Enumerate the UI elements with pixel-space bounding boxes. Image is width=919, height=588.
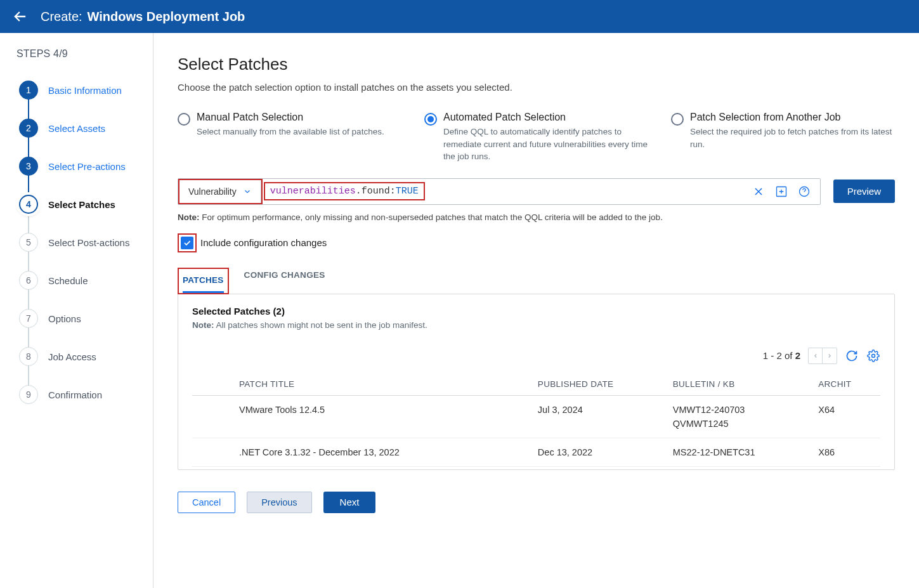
patch-selection-option-0[interactable]: Manual Patch SelectionSelect manually fr…	[178, 112, 401, 163]
check-icon	[183, 238, 192, 247]
radio-button[interactable]	[424, 113, 437, 126]
cell-bulletin: VMWT12-240703QVMWT1245	[669, 395, 815, 438]
step-label: Options	[48, 313, 81, 324]
include-config-label: Include configuration changes	[200, 237, 327, 248]
cell-arch: X64	[814, 395, 880, 438]
step-2[interactable]: 2Select Assets	[19, 109, 153, 147]
include-config-checkbox[interactable]	[181, 237, 193, 249]
clear-icon[interactable]	[752, 185, 766, 199]
step-7[interactable]: 7Options	[19, 299, 153, 337]
option-desc: Define QQL to automatically identify pat…	[443, 126, 648, 163]
step-bullet: 6	[19, 271, 38, 290]
option-title: Automated Patch Selection	[443, 112, 648, 123]
cancel-button[interactable]: Cancel	[178, 492, 235, 513]
col-published-date: PUBLISHED DATE	[534, 373, 669, 396]
wizard-sidebar: STEPS 4/9 1Basic Information2Select Asse…	[0, 33, 153, 588]
svg-point-2	[872, 354, 875, 357]
step-label: Confirmation	[48, 389, 102, 400]
table-row[interactable]: VMware Tools 12.4.5Jul 3, 2024VMWT12-240…	[192, 395, 880, 438]
step-1[interactable]: 1Basic Information	[19, 71, 153, 109]
query-builder: Vulnerability vulnerabilities.found:TRUE	[178, 178, 821, 205]
step-bullet: 1	[19, 81, 38, 100]
next-button[interactable]: Next	[323, 492, 376, 513]
page-subtitle: Choose the patch selection option to ins…	[178, 82, 895, 93]
help-icon[interactable]	[797, 185, 811, 199]
cell-bulletin: MS22-12-DNETC31	[669, 438, 815, 466]
step-label: Basic Information	[48, 85, 122, 96]
step-4[interactable]: 4Select Patches	[19, 185, 153, 223]
step-6[interactable]: 6Schedule	[19, 261, 153, 299]
step-bullet: 8	[19, 347, 38, 366]
tab-config-changes[interactable]: CONFIG CHANGES	[244, 268, 325, 294]
table-row[interactable]: .NET Core 3.1.32 - December 13, 2022Dec …	[192, 438, 880, 466]
step-label: Select Pre-actions	[48, 161, 126, 172]
page-title: Select Patches	[178, 55, 895, 74]
step-9[interactable]: 9Confirmation	[19, 376, 153, 414]
steps-heading: STEPS 4/9	[0, 48, 153, 60]
pager-text: 1 - 2 of 2	[763, 350, 800, 361]
query-type-label: Vulnerability	[188, 186, 237, 197]
col-patch-title: PATCH TITLE	[192, 373, 534, 396]
patch-selection-option-2[interactable]: Patch Selection from Another JobSelect t…	[671, 112, 895, 163]
pager-prev[interactable]	[809, 348, 823, 363]
selected-patches-note: Note: All patches shown might not be sen…	[192, 320, 880, 330]
step-label: Select Assets	[48, 123, 105, 134]
patches-table-card: Selected Patches (2) Note: All patches s…	[178, 294, 895, 470]
performance-note: Note: For optimum performance, only miss…	[178, 212, 895, 222]
preview-button[interactable]: Preview	[833, 180, 895, 203]
col-bulletin: BULLETIN / KB	[669, 373, 815, 396]
step-bullet: 7	[19, 309, 38, 328]
query-input[interactable]: vulnerabilities.found:TRUE	[263, 179, 752, 204]
pager-buttons	[808, 348, 837, 364]
query-type-dropdown[interactable]: Vulnerability	[179, 180, 261, 203]
arrow-left-icon	[11, 8, 29, 25]
settings-icon[interactable]	[866, 349, 880, 363]
cell-date: Jul 3, 2024	[534, 395, 669, 438]
step-bullet: 9	[19, 385, 38, 404]
cell-date: Dec 13, 2022	[534, 438, 669, 466]
step-label: Select Post-actions	[48, 237, 129, 248]
page-title-header: Windows Deployment Job	[88, 10, 245, 24]
step-bullet: 4	[19, 195, 38, 214]
step-8[interactable]: 8Job Access	[19, 337, 153, 376]
option-title: Patch Selection from Another Job	[690, 112, 895, 123]
create-label: Create:	[41, 10, 82, 24]
option-desc: Select manually from the available list …	[197, 126, 384, 138]
step-5[interactable]: 5Select Post-actions	[19, 223, 153, 261]
cell-title: .NET Core 3.1.32 - December 13, 2022	[192, 438, 534, 466]
cell-arch: X86	[814, 438, 880, 466]
cell-title: VMware Tools 12.4.5	[192, 395, 534, 438]
add-icon[interactable]	[774, 185, 788, 199]
option-desc: Select the required job to fetch patches…	[690, 126, 895, 150]
back-button[interactable]	[11, 8, 29, 25]
step-label: Schedule	[48, 275, 88, 286]
patch-selection-option-1[interactable]: Automated Patch SelectionDefine QQL to a…	[424, 112, 648, 163]
patches-table: PATCH TITLE PUBLISHED DATE BULLETIN / KB…	[192, 373, 880, 467]
col-archit: ARCHIT	[814, 373, 880, 396]
tab-patches[interactable]: PATCHES	[183, 270, 224, 293]
pager-next[interactable]	[823, 348, 837, 363]
app-header: Create: Windows Deployment Job	[0, 0, 919, 33]
previous-button[interactable]: Previous	[247, 492, 311, 513]
radio-button[interactable]	[671, 113, 684, 126]
step-label: Job Access	[48, 351, 96, 362]
step-3[interactable]: 3Select Pre-actions	[19, 147, 153, 185]
step-label: Select Patches	[48, 199, 115, 210]
step-bullet: 3	[19, 157, 38, 176]
refresh-icon[interactable]	[845, 349, 859, 363]
query-text: vulnerabilities.found:TRUE	[264, 182, 425, 200]
step-bullet: 2	[19, 119, 38, 138]
main-content: Select Patches Choose the patch selectio…	[153, 33, 919, 588]
chevron-down-icon	[243, 187, 252, 196]
option-title: Manual Patch Selection	[197, 112, 384, 123]
selected-patches-heading: Selected Patches (2)	[192, 306, 880, 317]
radio-button[interactable]	[178, 113, 190, 126]
step-bullet: 5	[19, 233, 38, 252]
